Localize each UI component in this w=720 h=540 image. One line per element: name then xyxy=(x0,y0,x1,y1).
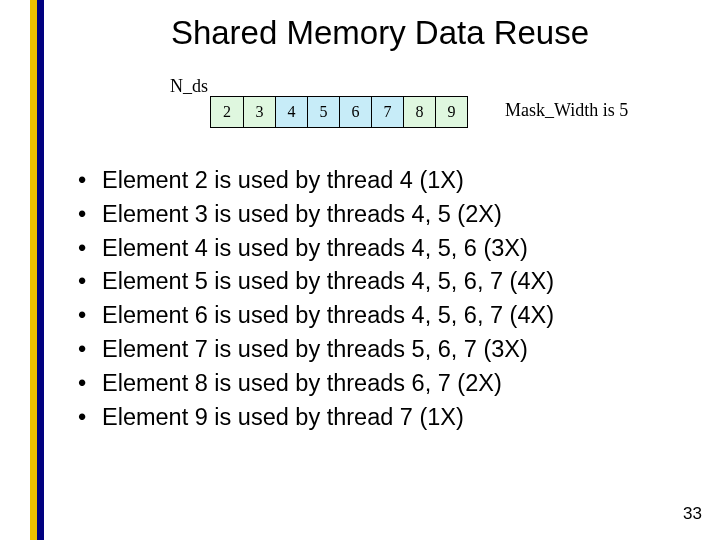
bullet-dot-icon: • xyxy=(78,299,102,333)
list-item-text: Element 2 is used by thread 4 (1X) xyxy=(102,164,464,198)
bullet-dot-icon: • xyxy=(78,333,102,367)
bullet-dot-icon: • xyxy=(78,401,102,435)
list-item: •Element 8 is used by threads 6, 7 (2X) xyxy=(78,367,700,401)
nds-label: N_ds xyxy=(170,76,208,97)
bullet-dot-icon: • xyxy=(78,232,102,266)
array-cell-7: 7 xyxy=(371,97,403,127)
list-item-text: Element 5 is used by threads 4, 5, 6, 7 … xyxy=(102,265,554,299)
list-item: •Element 5 is used by threads 4, 5, 6, 7… xyxy=(78,265,700,299)
list-item-text: Element 3 is used by threads 4, 5 (2X) xyxy=(102,198,502,232)
slide-title: Shared Memory Data Reuse xyxy=(60,14,700,52)
bullet-list: •Element 2 is used by thread 4 (1X)•Elem… xyxy=(78,164,700,435)
list-item: •Element 4 is used by threads 4, 5, 6 (3… xyxy=(78,232,700,266)
array-cell-3: 3 xyxy=(243,97,275,127)
list-item: •Element 7 is used by threads 5, 6, 7 (3… xyxy=(78,333,700,367)
list-item-text: Element 8 is used by threads 6, 7 (2X) xyxy=(102,367,502,401)
bullet-dot-icon: • xyxy=(78,265,102,299)
list-item-text: Element 7 is used by threads 5, 6, 7 (3X… xyxy=(102,333,528,367)
array-cell-4: 4 xyxy=(275,97,307,127)
array-cells: 23456789 xyxy=(210,96,468,128)
bullet-dot-icon: • xyxy=(78,198,102,232)
list-item: •Element 2 is used by thread 4 (1X) xyxy=(78,164,700,198)
array-cell-6: 6 xyxy=(339,97,371,127)
page-number: 33 xyxy=(683,504,702,524)
mask-width-label: Mask_Width is 5 xyxy=(505,100,628,121)
stripe-yellow xyxy=(30,0,37,540)
list-item-text: Element 4 is used by threads 4, 5, 6 (3X… xyxy=(102,232,528,266)
array-cell-5: 5 xyxy=(307,97,339,127)
slide-content: Shared Memory Data Reuse N_ds 23456789 M… xyxy=(60,0,700,540)
array-cell-9: 9 xyxy=(435,97,467,127)
bullet-dot-icon: • xyxy=(78,367,102,401)
list-item-text: Element 6 is used by threads 4, 5, 6, 7 … xyxy=(102,299,554,333)
list-item: •Element 6 is used by threads 4, 5, 6, 7… xyxy=(78,299,700,333)
list-item: •Element 3 is used by threads 4, 5 (2X) xyxy=(78,198,700,232)
list-item-text: Element 9 is used by thread 7 (1X) xyxy=(102,401,464,435)
stripe-navy xyxy=(37,0,44,540)
decorative-side-stripe xyxy=(30,0,44,540)
array-diagram: N_ds 23456789 Mask_Width is 5 xyxy=(60,76,700,136)
list-item: •Element 9 is used by thread 7 (1X) xyxy=(78,401,700,435)
array-cell-8: 8 xyxy=(403,97,435,127)
array-cell-2: 2 xyxy=(211,97,243,127)
bullet-dot-icon: • xyxy=(78,164,102,198)
